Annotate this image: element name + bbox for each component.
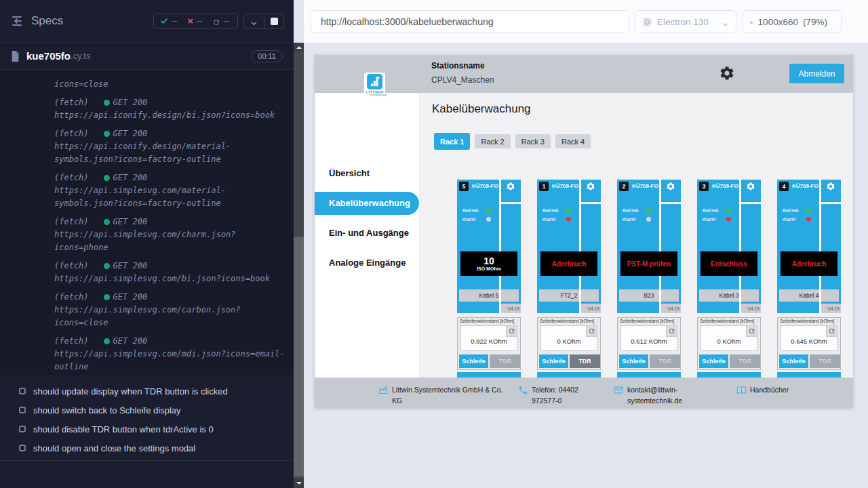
cable-module-card: Kabel 5 V4.19 5 KÜ705-FO Betrieb (457, 180, 521, 388)
refresh-icon (668, 327, 675, 335)
chevron-down-icon (250, 18, 258, 25)
alarm-led-row: Alarm (703, 216, 731, 222)
resistance-label: Schleifenwiderstand [kOhm] (620, 319, 674, 323)
mode-buttons: Schleife TDR (779, 354, 840, 368)
refresh-button[interactable] (506, 326, 517, 337)
fetch-label: (fetch) (54, 173, 89, 182)
cypress-reporter-panel: Specs -- -- -- kue705fo.cy.ts 00:11 (0, 0, 294, 488)
tdr-button[interactable]: TDR (570, 354, 600, 368)
firmware-version: V4.19 (661, 304, 682, 313)
module-front-panel: Kabel 4 V4.19 4 KÜ705-FO Betrieb (777, 180, 841, 313)
fetch-url: https://api.iconify.design/material-symb… (54, 140, 288, 166)
tdr-button[interactable]: TDR (810, 354, 840, 368)
sidebar-item[interactable]: Kabelüberwachung (315, 192, 419, 215)
sidebar-item[interactable]: Analoge Eingänge (315, 251, 419, 274)
rack-tab[interactable]: Rack 4 (555, 134, 591, 148)
fetch-result: GET 200 (113, 173, 148, 182)
log-entry: (fetch)GET 200 https://api.iconify.desig… (54, 127, 288, 166)
stop-icon (271, 18, 278, 25)
schleife-button[interactable]: Schleife (779, 354, 808, 368)
test-item[interactable]: should open and close the settings modal (0, 439, 294, 458)
footer-company: Littwin Systemtechnik GmbH & Co. KG (378, 384, 511, 406)
footer-phone: Telefon: 04402 972577-0 (518, 384, 586, 406)
module-settings-gear-icon[interactable] (746, 182, 755, 191)
status-text: Aderbruch (792, 260, 827, 268)
test-item[interactable]: should switch back to Schleife display (0, 401, 294, 420)
cable-name-label: FTZ_2 (539, 289, 599, 302)
scroll-up-button[interactable] (294, 43, 304, 52)
module-model: KÜ705-FO (792, 183, 818, 189)
betrieb-led (486, 208, 491, 213)
schleife-button[interactable]: Schleife (619, 354, 648, 368)
sidebar-item[interactable]: Ein- und Ausgänge (315, 222, 419, 245)
ruler-icon (750, 17, 753, 27)
status-text: Erdschluss (711, 260, 747, 268)
settings-gear-icon[interactable] (719, 65, 735, 81)
test-state-icon (19, 388, 26, 394)
betrieb-led (726, 208, 731, 213)
mode-buttons: Schleife TDR (699, 354, 760, 368)
tdr-button[interactable]: TDR (490, 354, 520, 368)
page-title: Kabelüberwachung (432, 102, 531, 116)
slot-number: 3 (699, 182, 709, 191)
fetch-label: (fetch) (54, 336, 89, 346)
status-display: PST-M prüfen (620, 251, 677, 276)
viewport-zoom: (79%) (803, 17, 827, 27)
rack-tab[interactable]: Rack 2 (475, 134, 510, 148)
module-settings-gear-icon[interactable] (666, 182, 675, 191)
spec-name[interactable]: kue705fo (26, 50, 71, 62)
schleife-button[interactable]: Schleife (539, 354, 568, 368)
tdr-button[interactable]: TDR (730, 354, 760, 368)
schleife-button[interactable]: Schleife (459, 354, 488, 368)
module-model: KÜ705-FO (632, 183, 658, 189)
fetch-url: icons=close (54, 78, 288, 91)
refresh-button[interactable] (746, 326, 757, 337)
footer-manuals[interactable]: Handbücher (736, 384, 789, 395)
fetch-url: https://api.simplesvg.com/bi.json?icons=… (54, 272, 288, 285)
module-cards: FTZ_2 V4.19 1 KÜ705-FO Betrieb (457, 180, 853, 388)
schleife-button[interactable]: Schleife (699, 354, 728, 368)
logo-subtitle: SYSTEMTECHNIK (370, 94, 380, 96)
url-input[interactable] (311, 10, 629, 33)
specs-title[interactable]: Specs (31, 14, 63, 28)
refresh-button[interactable] (826, 326, 837, 337)
resistance-label: Schleifenwiderstand [kOhm] (700, 319, 754, 323)
specs-menu-icon[interactable] (11, 14, 24, 28)
refresh-button[interactable] (586, 326, 597, 337)
stop-button[interactable] (264, 14, 283, 28)
slot-number: 5 (459, 182, 469, 191)
rack-tab[interactable]: Rack 3 (515, 134, 551, 148)
fetch-url: https://api.simplesvg.com/material-symbo… (54, 184, 288, 210)
cable-module-card: B23 V4.19 2 KÜ705-FO Betrieb (617, 180, 681, 388)
sidebar-item[interactable]: Übersicht (315, 162, 419, 185)
logout-button[interactable]: Abmelden (789, 64, 844, 83)
tdr-button[interactable]: TDR (650, 354, 680, 368)
test-item[interactable]: should update display when TDR button is… (0, 382, 294, 401)
cable-module-card: Kabel 3 V4.19 3 KÜ705-FO Betrieb (697, 180, 761, 388)
alarm-led (806, 217, 811, 222)
resistance-display: 0 KOhm (701, 325, 757, 351)
module-model: KÜ705-FO (552, 183, 578, 189)
scroll-down-button[interactable] (294, 479, 304, 488)
betrieb-led-row: Betrieb (462, 207, 491, 214)
browser-selector[interactable]: Electron 130 (635, 10, 736, 33)
spec-extension: .cy.ts (71, 51, 90, 61)
fetch-label: (fetch) (54, 261, 89, 270)
module-settings-gear-icon[interactable] (506, 182, 515, 191)
module-settings-gear-icon[interactable] (826, 182, 835, 191)
scrollbar-thumb[interactable] (294, 237, 304, 476)
betrieb-led-row: Betrieb (542, 207, 571, 214)
rack-tab[interactable]: Rack 1 (434, 133, 470, 150)
slot-number: 1 (539, 182, 549, 191)
viewport-selector[interactable]: 1000x660 (79%) (743, 10, 842, 33)
refresh-button[interactable] (666, 326, 677, 337)
mode-buttons: Schleife TDR (619, 354, 680, 368)
status-display: Aderbruch (540, 251, 597, 276)
collapse-button[interactable] (244, 14, 264, 28)
module-settings-gear-icon[interactable] (586, 182, 595, 191)
resistance-display: 0.612 KOhm (620, 325, 677, 351)
status-text: Aderbruch (552, 260, 587, 268)
test-item[interactable]: should disable TDR button when tdrActive… (0, 420, 294, 439)
reporter-scrollbar[interactable] (294, 43, 304, 488)
stat-passed: -- (162, 16, 177, 26)
